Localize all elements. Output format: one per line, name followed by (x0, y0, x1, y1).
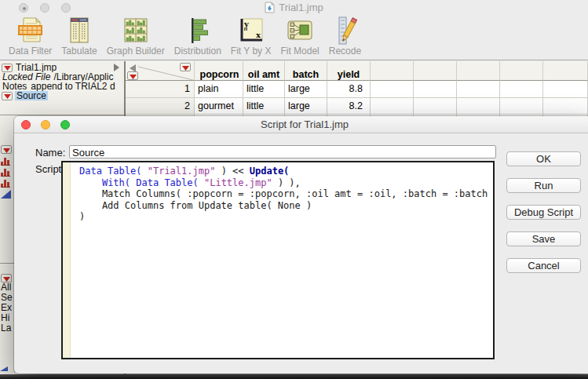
distribution-icon (183, 16, 213, 46)
table-row: 2gourmetlittlelarge8.2 (126, 98, 588, 115)
table-script-row[interactable]: Source (0, 91, 124, 100)
fit-y-by-x-icon: yx (236, 16, 266, 46)
code-segment: ) << (215, 166, 249, 177)
column-header-yield[interactable]: yield (327, 61, 371, 81)
toolbar-button-label: Tabulate (61, 46, 97, 56)
column-header-empty[interactable] (414, 61, 457, 81)
grid-corner-cell[interactable] (126, 61, 195, 81)
column-header-label: batch (293, 70, 319, 79)
data-cell[interactable]: large (285, 81, 327, 98)
cancel-button[interactable]: Cancel (506, 258, 581, 273)
data-cell[interactable]: 8.2 (327, 98, 371, 115)
code-line: ) (79, 211, 495, 223)
data-cell[interactable]: 8.8 (327, 81, 371, 98)
script-dialog: Script for Trial1.jmp Name: Source Scrip… (14, 116, 588, 374)
column-header-oil-amt[interactable]: oil amt (243, 61, 285, 81)
code-segment: "Little.jmp" (204, 177, 272, 188)
rows-panel-item: La (1, 323, 11, 333)
column-header-label: oil amt (248, 70, 279, 79)
code-line: Data Table( "Trial1.jmp" ) << Update( (79, 166, 495, 177)
empty-cell[interactable] (500, 98, 543, 115)
empty-cell[interactable] (500, 81, 543, 98)
code-segment: Match Columns( :popcorn = :popcorn, :oil… (79, 188, 495, 199)
empty-cell[interactable] (457, 81, 500, 98)
script-editor[interactable]: Data Table( "Trial1.jmp" ) << Update( Wi… (61, 161, 495, 359)
save-button[interactable]: Save (506, 231, 581, 246)
column-header-empty[interactable] (500, 61, 543, 81)
column-header-empty[interactable] (543, 61, 588, 81)
empty-cell[interactable] (371, 98, 414, 115)
code-segment: "Trial1.jmp" (148, 166, 216, 177)
table-row: 1plainlittlelarge8.8 (126, 81, 588, 98)
property-value: append to TRIAL2 d (31, 82, 115, 91)
code-line: Match Columns( :popcorn = :popcorn, :oil… (79, 188, 495, 200)
toolbar-button-label: Graph Builder (107, 46, 165, 56)
data-filter-icon (16, 16, 46, 46)
toolbar-button-data-filter[interactable]: Data Filter (6, 16, 54, 56)
continuous-column-icon (1, 188, 11, 202)
data-cell[interactable]: plain (195, 81, 243, 98)
table-name-row[interactable]: Trial1.jmp (0, 63, 124, 72)
tabulate-icon (64, 16, 94, 46)
dialog-titlebar[interactable]: Script for Trial1.jmp (14, 116, 588, 133)
run-button[interactable]: Run (506, 178, 581, 193)
code-segment: Update( (250, 166, 290, 177)
row-number-cell[interactable]: 1 (126, 81, 195, 98)
svg-text:x: x (256, 31, 261, 39)
data-cell[interactable]: gourmet (195, 98, 243, 115)
empty-cell[interactable] (371, 81, 414, 98)
toolbar-button-distribution[interactable]: Distribution (172, 16, 224, 56)
column-header-batch[interactable]: batch (285, 61, 327, 81)
toolbar-button-tabulate[interactable]: Tabulate (59, 16, 99, 56)
empty-cell[interactable] (457, 98, 500, 115)
code-segment: Data Table( (136, 177, 204, 188)
code-segment: With( (102, 177, 136, 188)
fit-model-icon (285, 16, 315, 46)
rows-panel-item: Se (1, 292, 13, 303)
empty-cell[interactable] (414, 81, 457, 98)
ok-button[interactable]: OK (506, 151, 581, 166)
column-header-empty[interactable] (371, 61, 414, 81)
script-code[interactable]: Data Table( "Trial1.jmp" ) << Update( Wi… (79, 166, 495, 223)
data-cell[interactable]: little (243, 81, 285, 98)
main-window-title: Trial1.jmp (0, 2, 588, 16)
data-cell[interactable]: large (285, 98, 327, 115)
panel-expand-triangle-icon[interactable] (114, 64, 119, 71)
empty-cell[interactable] (414, 98, 457, 115)
toolbar-button-recode[interactable]: Recode (327, 16, 363, 56)
property-label: Locked File (2, 72, 50, 82)
empty-cell[interactable] (543, 98, 588, 115)
code-segment: Data Table( (79, 166, 148, 177)
toolbar-button-fit-y-by-x[interactable]: yxFit Y by X (228, 16, 274, 56)
empty-cell[interactable] (543, 81, 588, 98)
toolbar-button-label: Recode (329, 46, 361, 56)
row-number-cell[interactable]: 2 (126, 98, 195, 115)
graph-builder-icon (121, 16, 151, 46)
panel-divider (0, 115, 124, 115)
toolbar-button-fit-model[interactable]: Fit Model (278, 16, 321, 56)
rows-panel-item: Ex (1, 302, 12, 313)
debug-script-button[interactable]: Debug Script (506, 205, 581, 220)
toolbar-button-label: Data Filter (9, 46, 52, 56)
code-segment (79, 177, 102, 188)
table-menu-red-triangle-icon[interactable] (2, 64, 13, 72)
column-header-popcorn[interactable]: popcorn (195, 61, 243, 81)
main-window-title-text: Trial1.jmp (279, 2, 323, 13)
column-header-label: popcorn (200, 70, 238, 79)
toolbar-button-label: Distribution (174, 46, 221, 56)
name-input[interactable]: Source (69, 145, 496, 159)
columns-header-red-triangle-icon[interactable] (180, 63, 191, 71)
rows-header-red-triangle-icon[interactable] (127, 71, 138, 80)
script-item-label[interactable]: Source (15, 91, 48, 100)
table-property-row: Locked File /Library/Applic (0, 72, 124, 82)
rows-panel-item: Hi (1, 312, 9, 323)
editor-gutter (63, 162, 71, 358)
name-label: Name: (35, 147, 65, 159)
script-menu-red-triangle-icon[interactable] (2, 92, 13, 100)
column-header-empty[interactable] (457, 61, 500, 81)
table-property-row: Notes append to TRIAL2 d (0, 82, 124, 91)
toolbar-button-label: Fit Model (280, 46, 319, 56)
code-segment: Add Columns from Update table( None ) (79, 200, 312, 211)
toolbar-button-graph-builder[interactable]: Graph Builder (104, 16, 167, 56)
data-cell[interactable]: little (243, 98, 285, 115)
